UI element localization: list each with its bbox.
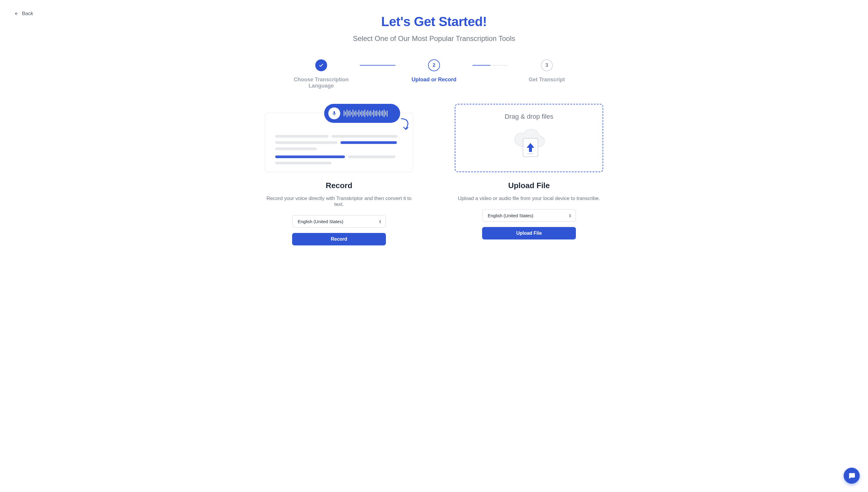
upload-description: Upload a video or audio file from your l… xyxy=(458,196,600,201)
select-chevrons-icon: ▲▼ xyxy=(569,214,572,218)
page-title: Let's Get Started! xyxy=(256,14,612,29)
svg-rect-0 xyxy=(334,115,335,116)
step-label: Upload or Record xyxy=(411,77,456,83)
upload-button-label: Upload File xyxy=(516,230,542,236)
record-pill-graphic xyxy=(324,104,400,123)
record-title: Record xyxy=(326,181,352,190)
upload-file-button[interactable]: Upload File xyxy=(482,227,576,240)
stepper-connector xyxy=(473,65,508,66)
step-upload-or-record: 2 Upload or Record xyxy=(395,59,473,83)
select-chevrons-icon: ▲▼ xyxy=(379,220,382,223)
curved-arrow-icon xyxy=(400,118,412,130)
step-number: 2 xyxy=(433,63,435,68)
svg-rect-2 xyxy=(527,153,534,154)
back-label: Back xyxy=(22,11,33,17)
arrow-left-icon xyxy=(14,11,19,16)
stepper-connector xyxy=(360,65,395,66)
step-label: Choose Transcription Language xyxy=(283,77,360,89)
back-link[interactable]: Back xyxy=(14,11,33,17)
record-language-select[interactable]: English (United States) ▲▼ xyxy=(292,215,386,228)
waveform-icon xyxy=(344,109,396,118)
mic-icon xyxy=(328,107,340,119)
step-number: 3 xyxy=(546,63,548,68)
record-button[interactable]: Record xyxy=(292,233,386,245)
record-language-value: English (United States) xyxy=(298,219,343,224)
check-icon xyxy=(318,63,324,68)
upload-option: Drag & drop files Upload File Upload a v… xyxy=(455,104,603,245)
step-get-transcript: 3 Get Transcript xyxy=(508,59,585,83)
record-illustration xyxy=(265,104,413,172)
drop-zone-label: Drag & drop files xyxy=(505,113,553,121)
record-button-label: Record xyxy=(331,237,347,242)
upload-drop-zone[interactable]: Drag & drop files xyxy=(455,104,603,172)
upload-cloud-icon xyxy=(511,126,547,158)
page-subtitle: Select One of Our Most Popular Transcrip… xyxy=(256,34,612,43)
step-done-circle xyxy=(315,59,327,71)
step-label: Get Transcript xyxy=(529,77,565,83)
upload-language-select[interactable]: English (United States) ▲▼ xyxy=(482,209,576,222)
chat-fab[interactable] xyxy=(844,468,860,484)
record-description: Record your voice directly with Transkri… xyxy=(265,196,413,207)
upload-language-value: English (United States) xyxy=(488,213,533,218)
step-current-circle: 2 xyxy=(428,59,440,71)
upload-title: Upload File xyxy=(508,181,550,190)
record-option: Record Record your voice directly with T… xyxy=(265,104,413,245)
chat-icon xyxy=(848,472,855,479)
progress-stepper: Choose Transcription Language 2 Upload o… xyxy=(256,59,612,89)
step-upcoming-circle: 3 xyxy=(541,59,553,71)
step-choose-language: Choose Transcription Language xyxy=(283,59,360,89)
